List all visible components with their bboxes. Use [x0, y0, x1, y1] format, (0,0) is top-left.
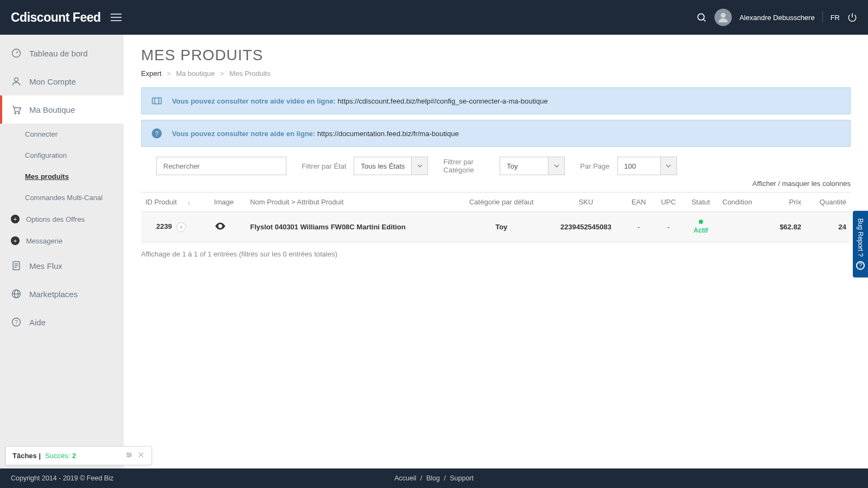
banner-link[interactable]: https://documentation.feed.biz/fr/ma-bou…	[317, 130, 459, 138]
sidebar-item-aide[interactable]: ? Aide	[0, 308, 124, 336]
sidebar-sub-options[interactable]: + Options des Offres	[0, 208, 124, 230]
sidebar: Tableau de bord Mon Compte Ma Boutique C…	[0, 35, 124, 468]
status-dot-icon	[699, 220, 703, 224]
col-condition[interactable]: Condition	[718, 192, 767, 212]
tasks-label: Tâches |	[12, 452, 41, 460]
svg-point-28	[130, 454, 131, 455]
sidebar-item-boutique[interactable]: Ma Boutique	[0, 95, 124, 124]
sidebar-item-flux[interactable]: Mes Flux	[0, 252, 124, 280]
col-image[interactable]: Image	[210, 192, 246, 212]
tasks-bar[interactable]: Tâches | Succès: 2	[5, 446, 152, 465]
menu-toggle-icon[interactable]	[111, 14, 122, 21]
language-selector[interactable]: FR	[831, 14, 840, 22]
col-sku[interactable]: SKU	[548, 192, 624, 212]
svg-point-0	[698, 14, 704, 20]
document-icon	[11, 260, 22, 271]
eye-icon[interactable]	[214, 220, 226, 232]
globe-icon	[11, 288, 22, 299]
cell-name: Flyslot 040301 Williams FW08C Martini Ed…	[246, 212, 455, 242]
cart-icon	[11, 104, 22, 115]
svg-point-23	[219, 225, 221, 227]
settings-lines-icon[interactable]	[125, 451, 133, 460]
breadcrumb-item[interactable]: Ma boutique	[176, 69, 215, 78]
header-right: Alexandre Debusschere FR	[696, 9, 857, 26]
sidebar-sub-commandes[interactable]: Commandes Multi-Canal	[0, 187, 124, 208]
close-icon[interactable]	[137, 451, 145, 460]
svg-point-29	[128, 456, 129, 457]
banner-prefix: Vous pouvez consulter notre aide en lign…	[172, 130, 317, 138]
sort-down-icon: ↓	[188, 199, 191, 206]
cell-status: Actif	[684, 212, 718, 242]
sidebar-sub-messagerie[interactable]: + Messagerie	[0, 230, 124, 252]
sidebar-item-account[interactable]: Mon Compte	[0, 67, 124, 95]
sidebar-sub-connecter[interactable]: Connecter	[0, 124, 124, 145]
avatar[interactable]	[714, 9, 732, 26]
cell-sku: 2239452545083	[548, 212, 624, 242]
columns-toggle-link[interactable]: Afficher / masquer les colonnes	[141, 179, 851, 188]
logo[interactable]: Cdiscount Feed	[11, 10, 101, 25]
sidebar-item-dashboard[interactable]: Tableau de bord	[0, 39, 124, 67]
help-circle-icon: ?	[149, 126, 164, 141]
select-value: Toy	[500, 162, 548, 170]
sidebar-item-label: Mes Flux	[29, 261, 62, 271]
search-icon[interactable]	[696, 12, 707, 23]
col-id[interactable]: ID Produit↓	[141, 192, 210, 212]
breadcrumb-item[interactable]: Expert	[141, 69, 162, 78]
col-price[interactable]: Prix	[767, 192, 806, 212]
cell-qty: 24	[806, 212, 851, 242]
sidebar-item-marketplaces[interactable]: Marketplaces	[0, 280, 124, 308]
sidebar-item-label: Marketplaces	[29, 290, 78, 299]
cell-ean: -	[624, 212, 653, 242]
sidebar-sub-label: Messagerie	[26, 237, 62, 245]
video-icon	[149, 93, 164, 108]
sidebar-sub-configuration[interactable]: Configuration	[0, 145, 124, 166]
select-value: Tous les États	[354, 162, 411, 170]
col-ean[interactable]: EAN	[624, 192, 653, 212]
help-circle-icon: ?	[856, 261, 865, 269]
chevron-down-icon	[548, 157, 564, 175]
plus-icon: +	[11, 215, 20, 223]
svg-point-6	[15, 78, 18, 81]
table-row[interactable]: 2239› Flyslot 040301 Williams FW08C Mart…	[141, 212, 851, 242]
expand-row-button[interactable]: ›	[176, 222, 186, 232]
cell-category: Toy	[455, 212, 548, 242]
logout-icon[interactable]	[847, 12, 857, 22]
filter-state-select[interactable]: Tous les États	[354, 157, 428, 175]
header-left: Cdiscount Feed	[11, 10, 122, 25]
svg-text:?: ?	[155, 130, 159, 138]
products-table: ID Produit↓ Image Nom Produit > Attribut…	[141, 192, 851, 242]
table-info: Affichage de 1 à 1 of 1 entrées (filtrés…	[141, 250, 851, 258]
col-status[interactable]: Statut	[684, 192, 718, 212]
username[interactable]: Alexandre Debusschere	[739, 14, 815, 22]
col-name[interactable]: Nom Produit > Attribut Produit	[246, 192, 455, 212]
bug-report-tab[interactable]: Bug Report ? ?	[853, 211, 868, 278]
perpage-select[interactable]: 100	[617, 157, 677, 175]
sidebar-item-label: Mon Compte	[29, 77, 76, 86]
svg-point-7	[15, 112, 16, 114]
video-help-banner: Vous pouvez consulter notre aide vidéo e…	[141, 87, 851, 114]
user-icon	[11, 76, 22, 87]
cell-image	[210, 212, 246, 242]
col-qty[interactable]: Quantité	[806, 192, 851, 212]
chevron-right-icon: >	[220, 69, 225, 78]
filters-row: Filtrer par État Tous les États Filtrer …	[141, 157, 851, 175]
divider	[822, 11, 823, 23]
chevron-down-icon	[411, 157, 427, 175]
sidebar-item-label: Tableau de bord	[29, 49, 88, 58]
filter-category-select[interactable]: Toy	[500, 157, 565, 175]
banner-link[interactable]: https://cdiscount.feed.biz/help#/config_…	[337, 97, 547, 105]
svg-rect-18	[152, 98, 162, 104]
tasks-success-label: Succès:	[45, 452, 70, 460]
sidebar-sub-mesproduits[interactable]: Mes produits	[0, 166, 124, 187]
col-category[interactable]: Catégorie par défaut	[455, 192, 548, 212]
search-input[interactable]	[156, 157, 286, 175]
page-title: MES PRODUITS	[141, 47, 851, 64]
header: Cdiscount Feed Alexandre Debusschere FR	[0, 0, 868, 35]
sidebar-item-label: Aide	[29, 318, 46, 327]
svg-text:?: ?	[15, 319, 18, 325]
cell-id: 2239›	[141, 212, 210, 242]
filter-category-label: Filtrer par Catégorie	[443, 158, 492, 174]
main-content: MES PRODUITS Expert > Ma boutique > Mes …	[124, 35, 868, 468]
svg-line-1	[704, 20, 706, 22]
col-upc[interactable]: UPC	[654, 192, 684, 212]
